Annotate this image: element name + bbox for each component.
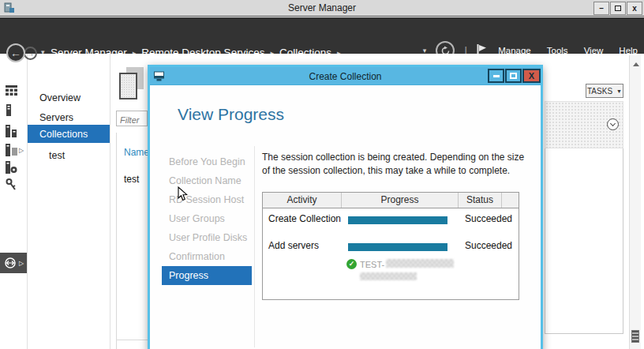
- progress-table: Activity Progress Status Create Collecti…: [262, 192, 519, 300]
- step-progress-active: Progress: [162, 266, 252, 285]
- keys-icon[interactable]: [6, 178, 17, 191]
- back-button[interactable]: ←: [6, 43, 25, 62]
- step-confirmation: Confirmation: [162, 247, 252, 266]
- window-title: Server Manager: [0, 2, 644, 13]
- status-badge: Succeeded: [465, 240, 512, 251]
- column-progress: Progress: [342, 193, 459, 208]
- progress-bar: [348, 243, 447, 251]
- sidebar: Overview Servers Collections test: [28, 54, 110, 349]
- scrollbar-thumb[interactable]: [631, 330, 639, 343]
- list-panel-border: [116, 133, 117, 349]
- sidebar-item-collections[interactable]: Collections: [28, 125, 110, 143]
- progress-bar-track: [348, 216, 447, 224]
- step-rd-session-host: RD Session Host: [162, 190, 252, 209]
- all-servers-icon[interactable]: [6, 125, 17, 137]
- dialog-title: Create Collection: [150, 71, 541, 82]
- progress-bar: [348, 216, 447, 224]
- tasks-button[interactable]: TASKS ▼: [586, 84, 623, 98]
- restore-icon: [615, 6, 621, 11]
- window-minimize-button[interactable]: –: [593, 2, 609, 15]
- back-arrow-icon: ←: [10, 47, 21, 59]
- wizard-heading: View Progress: [178, 105, 284, 124]
- redacted-server-name-line2: [360, 272, 417, 280]
- success-check-icon: ✓: [346, 259, 357, 269]
- tasks-caret-icon: ▼: [616, 88, 622, 94]
- file-storage-expand-icon[interactable]: ▷: [19, 147, 24, 154]
- collapse-panel-button[interactable]: [607, 118, 619, 130]
- forward-button[interactable]: →: [24, 47, 37, 60]
- status-badge: Succeeded: [465, 213, 512, 224]
- column-extra: [502, 193, 519, 208]
- sidebar-item-servers[interactable]: Servers: [28, 108, 110, 126]
- progress-description: The session collection is being created.…: [262, 151, 526, 178]
- collection-row-test[interactable]: test: [124, 174, 139, 185]
- remote-desktop-services-selected[interactable]: ▷: [0, 253, 27, 273]
- server-name-prefix: TEST-: [360, 260, 384, 269]
- forward-arrow-icon: →: [27, 49, 35, 58]
- collection-tile-icon: [119, 73, 137, 99]
- local-server-icon[interactable]: [6, 104, 12, 116]
- window-close-button[interactable]: x: [627, 2, 642, 15]
- properties-panel-body: [545, 148, 623, 334]
- column-activity: Activity: [263, 193, 342, 208]
- scroll-up-icon[interactable]: [633, 62, 639, 66]
- navigation-bar: ← → ▾ Server Manager ▸ Remote Desktop Se…: [0, 17, 644, 54]
- window-restore-button[interactable]: [610, 2, 626, 15]
- role-icon-strip: ▷ ▷: [0, 54, 28, 349]
- vertical-scrollbar[interactable]: [629, 55, 641, 349]
- table-row-activity: Add servers: [268, 240, 319, 251]
- rds-icon: [4, 257, 17, 269]
- properties-panel-header: [545, 101, 623, 148]
- list-panel-bottom-border: [116, 340, 148, 340]
- step-user-profile-disks: User Profile Disks: [162, 228, 252, 247]
- sidebar-item-test[interactable]: test: [28, 146, 110, 164]
- wizard-steps: Before You Begin Collection Name RD Sess…: [162, 152, 252, 285]
- dialog-titlebar[interactable]: Create Collection X: [150, 67, 541, 85]
- file-storage-services-icon[interactable]: [6, 144, 17, 156]
- step-before-you-begin: Before You Begin: [162, 152, 252, 171]
- tasks-label: TASKS: [587, 87, 612, 96]
- column-header-name[interactable]: Name: [124, 147, 149, 158]
- mouse-cursor: [178, 186, 188, 201]
- minimize-icon: [493, 75, 500, 77]
- rds-expand-icon[interactable]: ▷: [19, 260, 24, 267]
- server-manager-window: Server Manager – x ← → ▾ Server Manager …: [0, 0, 644, 349]
- wizard-divider: [254, 146, 255, 347]
- table-row-activity: Create Collection: [268, 213, 341, 224]
- chevron-down-icon: [610, 120, 616, 126]
- create-collection-dialog: Create Collection X View Progress Before…: [148, 65, 543, 349]
- redacted-server-name: [386, 259, 454, 268]
- maximize-icon: [510, 73, 517, 79]
- filter-input[interactable]: [116, 111, 148, 126]
- dialog-minimize-button[interactable]: [488, 69, 504, 83]
- close-icon: X: [529, 71, 534, 81]
- column-status: Status: [459, 193, 502, 208]
- progress-table-header: Activity Progress Status: [263, 193, 519, 208]
- sidebar-item-overview[interactable]: Overview: [28, 88, 110, 107]
- dialog-maximize-button[interactable]: [505, 69, 522, 83]
- progress-bar-track: [348, 243, 447, 251]
- step-user-groups: User Groups: [162, 209, 252, 228]
- window-titlebar: Server Manager – x: [0, 0, 644, 17]
- dashboard-icon[interactable]: [6, 85, 17, 96]
- dialog-close-button[interactable]: X: [522, 69, 541, 83]
- step-collection-name: Collection Name: [162, 171, 252, 190]
- server-services-icon[interactable]: [6, 161, 17, 174]
